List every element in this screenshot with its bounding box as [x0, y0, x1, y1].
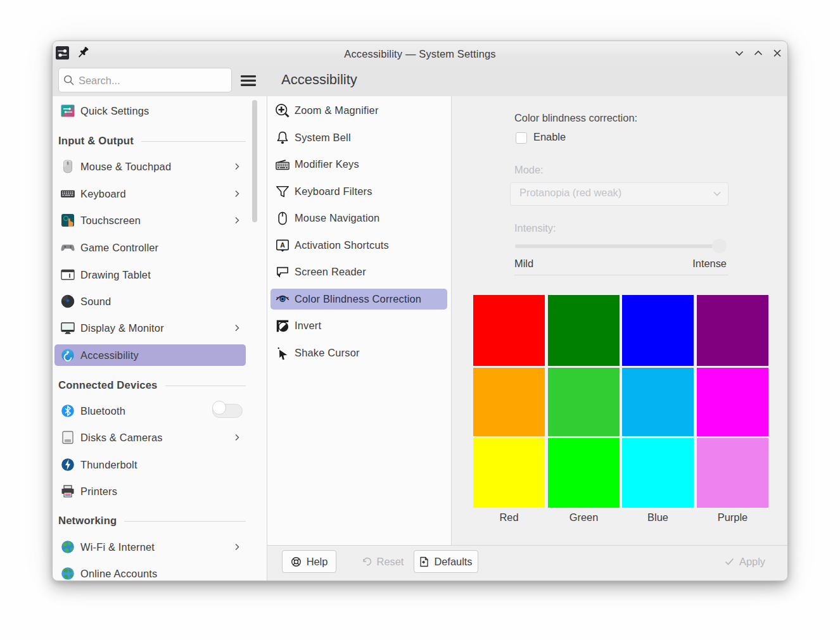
svg-text:A: A: [280, 241, 285, 248]
